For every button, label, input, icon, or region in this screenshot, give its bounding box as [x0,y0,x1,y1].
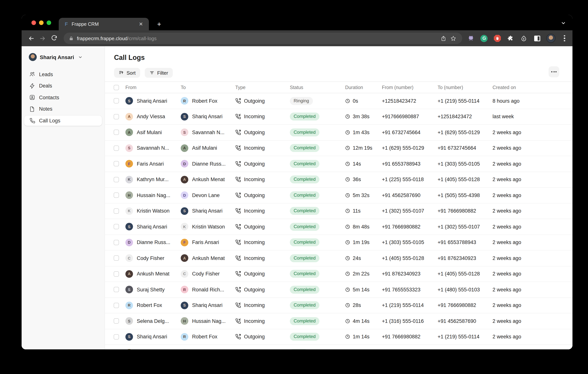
from-number: +12518423472 [382,98,438,104]
column-header-from-number: From (number) [382,85,438,90]
call-log-row[interactable]: SSelena Delg...HHussain Nag...IncomingCo… [105,313,572,329]
from-person: SSuraj Shetty [126,286,181,293]
call-log-row[interactable]: RRobert FoxSShariq AnsariIncomingComplet… [105,298,572,313]
call-log-row-partial[interactable] [105,345,572,349]
to-number: +91 6732745664 [438,145,493,151]
call-type: Outgoing [235,271,290,277]
call-log-row[interactable]: KKristin WatsonSShariq AnsariIncomingCom… [105,203,572,219]
row-checkbox[interactable] [114,271,119,277]
avatar: S [126,333,133,341]
minimize-window-button[interactable] [39,21,43,25]
from-person: DDianne Russ... [126,239,181,246]
to-name: Asif Mulani [192,145,217,151]
puzzle-extensions-icon[interactable] [506,34,515,43]
reload-button[interactable] [49,33,59,43]
tab-strip: F Frappe CRM ✕ + [21,15,572,30]
incoming-call-icon [235,255,241,261]
call-log-row[interactable]: CCody FisherAAnkush MenatIncomingComplet… [105,250,572,266]
from-number: +91 7666980882 [382,334,438,340]
share-icon[interactable] [439,33,449,43]
row-checkbox[interactable] [114,287,119,292]
adblock-extension-icon[interactable] [493,34,502,43]
sidebar-item-contacts[interactable]: Contacts [24,92,102,103]
row-checkbox[interactable] [114,224,119,229]
call-log-row[interactable]: KKathryn Mur...AAnkush MenatIncomingComp… [105,172,572,188]
call-type: Incoming [235,145,290,151]
call-log-row[interactable]: FFaris AnsariDDianne Russ...OutgoingComp… [105,156,572,172]
sidebar-item-call-logs[interactable]: Call Logs [24,116,102,126]
call-log-row[interactable]: HHussain Nag...DDevon LaneOutgoingComple… [105,188,572,203]
row-checkbox[interactable] [114,319,119,324]
call-log-row[interactable]: SSavannah N...AAsif MulaniIncomingComple… [105,140,572,156]
browser-profile-avatar[interactable] [546,34,556,43]
close-window-button[interactable] [32,21,36,25]
from-person: CCody Fisher [126,255,181,262]
grammarly-extension-icon[interactable]: G [480,34,488,43]
to-number: +91 4562587690 [438,318,493,324]
from-name: Kathryn Mur... [137,177,168,182]
octocat-extension-icon[interactable] [467,34,475,43]
leaf-energy-extension-icon[interactable] [520,34,528,43]
to-number: +12518423472 [438,114,493,119]
sidebar-item-deals[interactable]: Deals [24,81,102,91]
created-on: 2 weeks ago [493,318,572,324]
row-checkbox[interactable] [114,130,119,135]
browser-toolbar: frappecrm.frappe.cloud/crm/call-logs G [21,30,572,46]
call-log-row[interactable]: AAsif MulaniSSavannah N...OutgoingComple… [105,125,572,140]
incoming-call-icon [235,240,241,245]
tab-close-icon[interactable]: ✕ [137,21,144,27]
address-bar[interactable]: frappecrm.frappe.cloud/crm/call-logs [64,32,462,44]
call-log-row[interactable]: SShariq AnsariRRobert FoxOutgoingRinging… [105,93,572,109]
row-checkbox[interactable] [114,208,119,214]
row-checkbox[interactable] [114,303,119,308]
filter-button[interactable]: Filter [145,68,173,78]
outgoing-call-icon [235,224,241,230]
sidebar-item-leads[interactable]: Leads [24,69,102,79]
clock-icon [345,161,350,166]
row-checkbox[interactable] [114,161,119,167]
duration: 5m 14s [345,287,382,292]
row-checkbox[interactable] [114,256,119,261]
from-name: Shariq Ansari [137,98,167,104]
reading-list-icon[interactable] [533,34,541,43]
avatar: A [126,113,133,120]
bookmark-star-icon[interactable] [449,33,458,43]
call-log-row[interactable]: SSuraj ShettyRRonald Rich...OutgoingComp… [105,282,572,298]
call-log-row[interactable]: SShariq AnsariKKristin WatsonOutgoingCom… [105,219,572,235]
row-checkbox[interactable] [114,98,119,104]
from-person: FFaris Ansari [126,160,181,168]
call-log-row[interactable]: AAnkush MenatCCody FisherOutgoingComplet… [105,266,572,282]
forward-button[interactable] [38,33,48,43]
call-log-row[interactable]: SShariq AnsariRRobert FoxOutgoingComplet… [105,329,572,345]
column-header-type: Type [235,85,290,90]
to-name: Shariq Ansari [192,114,223,119]
from-number: +1 (316) 555-0116 [382,318,438,324]
tab-search-chevron-icon[interactable] [560,19,567,27]
column-header-duration: Duration [345,85,382,90]
frappe-crm-app: Shariq Ansari LeadsDealsContactsNotesCal… [21,46,572,349]
sidebar-item-notes[interactable]: Notes [24,104,102,114]
row-checkbox[interactable] [114,334,119,340]
call-log-row[interactable]: AAndy ViessaSShariq AnsariIncomingComple… [105,109,572,125]
browser-tab[interactable]: F Frappe CRM ✕ [59,18,149,30]
sort-button[interactable]: Sort [114,68,140,78]
call-type-label: Incoming [244,240,265,245]
row-checkbox[interactable] [114,146,119,151]
user-menu[interactable]: Shariq Ansari [24,52,102,63]
row-checkbox[interactable] [114,240,119,245]
row-checkbox[interactable] [114,114,119,119]
sidebar: Shariq Ansari LeadsDealsContactsNotesCal… [21,46,105,349]
row-checkbox[interactable] [114,193,119,198]
back-button[interactable] [26,33,36,43]
more-options-button[interactable] [549,66,559,77]
call-log-row[interactable]: DDianne Russ...FFaris AnsariIncomingComp… [105,235,572,250]
clock-icon [345,146,350,151]
zoom-window-button[interactable] [47,21,51,25]
new-tab-button[interactable]: + [154,19,164,29]
from-name: Ankush Menat [137,271,169,277]
sidebar-nav: LeadsDealsContactsNotesCall Logs [24,69,102,126]
select-all-checkbox[interactable] [114,85,119,90]
created-on: 2 weeks ago [493,192,572,198]
row-checkbox[interactable] [114,177,119,182]
browser-menu-icon[interactable] [560,34,569,43]
